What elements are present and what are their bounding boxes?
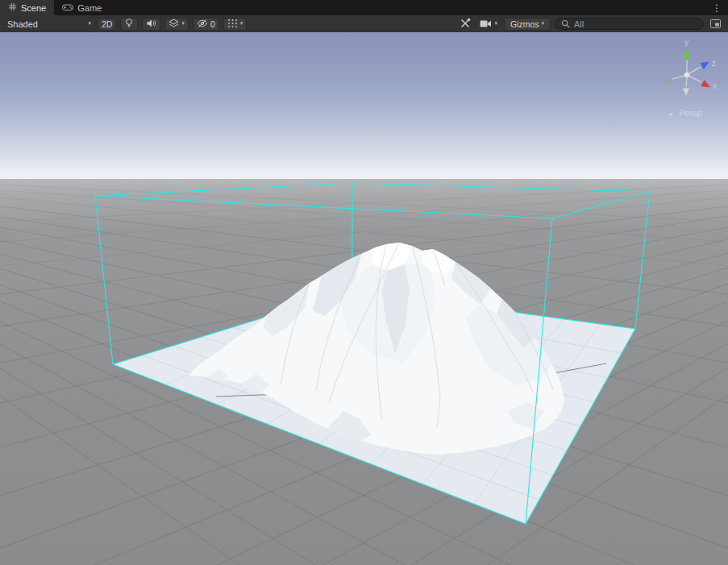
- scene-grid-icon: [8, 2, 17, 13]
- effects-layers-icon: [168, 19, 179, 30]
- gizmos-dropdown[interactable]: Gizmos ▾: [504, 18, 551, 31]
- speaker-icon: [146, 19, 156, 30]
- pip-window-icon: [710, 17, 721, 31]
- dropdown-arrow-icon: ▾: [541, 21, 544, 27]
- search-icon: [561, 17, 570, 31]
- scene-viewport[interactable]: y z x ◄ Persp: [0, 32, 728, 565]
- search-input[interactable]: [574, 19, 697, 29]
- shading-mode-dropdown[interactable]: Shaded ▾: [5, 19, 94, 29]
- axis-y-label: y: [684, 38, 688, 47]
- shading-mode-label: Shaded: [7, 19, 38, 29]
- dropdown-arrow-icon: ▾: [494, 21, 497, 27]
- dropdown-arrow-icon: ▾: [88, 21, 91, 27]
- maximize-pip-button[interactable]: [708, 18, 723, 31]
- light-bulb-icon: [124, 18, 134, 30]
- tab-scene[interactable]: Scene: [0, 0, 54, 15]
- scene-camera-dropdown[interactable]: ▾: [477, 18, 500, 31]
- scene-effects-dropdown[interactable]: ▾: [164, 18, 189, 31]
- hidden-objects-count: 0: [210, 19, 215, 29]
- scene-search-field[interactable]: [555, 18, 704, 30]
- tab-bar: Scene Game ⋮: [0, 0, 728, 15]
- tab-game-label: Game: [77, 3, 102, 13]
- tab-overflow-menu-icon[interactable]: ⋮: [705, 0, 728, 15]
- grid-dots-icon: [227, 19, 238, 30]
- gizmo-center[interactable]: [684, 73, 689, 77]
- tab-scene-label: Scene: [21, 3, 46, 13]
- sky: [0, 32, 728, 182]
- axis-x-label: x: [713, 81, 717, 90]
- projection-label: Persp: [679, 108, 702, 118]
- dropdown-arrow-icon: ▾: [240, 21, 243, 27]
- axis-z-label: z: [712, 59, 716, 68]
- unity-scene-window: Scene Game ⋮ Shaded ▾ 2D: [0, 0, 728, 565]
- dropdown-arrow-icon: ▾: [181, 21, 185, 27]
- grid-visibility-dropdown[interactable]: ▾: [223, 18, 248, 31]
- toggle-2d-button[interactable]: 2D: [98, 18, 116, 31]
- eye-hidden-icon: [197, 19, 208, 30]
- camera-icon: [480, 17, 492, 31]
- toggle-2d-label: 2D: [102, 19, 112, 29]
- scene-tools-button[interactable]: [457, 18, 473, 31]
- tab-game[interactable]: Game: [54, 0, 110, 15]
- scene-toolbar: Shaded ▾ 2D ▾ 0: [0, 15, 728, 32]
- gizmos-label: Gizmos: [510, 19, 539, 29]
- scene-lighting-button[interactable]: [120, 18, 138, 31]
- scene-audio-button[interactable]: [142, 18, 160, 31]
- tools-icon: [460, 17, 471, 31]
- projection-toggle[interactable]: ◄ Persp: [668, 108, 702, 118]
- persp-arrow-icon: ◄: [668, 111, 673, 117]
- gamepad-icon: [62, 3, 73, 13]
- scene-visibility-button[interactable]: 0: [193, 18, 219, 31]
